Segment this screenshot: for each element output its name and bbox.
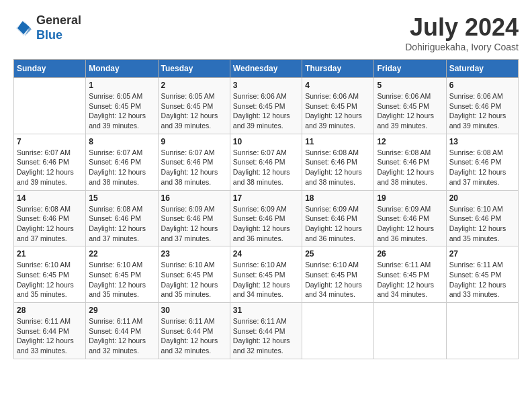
day-info: Sunrise: 6:10 AM Sunset: 6:46 PM Dayligh… xyxy=(449,204,515,244)
calendar-cell: 13Sunrise: 6:08 AM Sunset: 6:46 PM Dayli… xyxy=(446,134,518,190)
calendar-cell: 1Sunrise: 6:05 AM Sunset: 6:45 PM Daylig… xyxy=(86,78,158,134)
day-number: 27 xyxy=(449,249,515,259)
day-number: 23 xyxy=(161,249,227,259)
calendar-cell: 25Sunrise: 6:10 AM Sunset: 6:45 PM Dayli… xyxy=(302,246,374,303)
day-number: 26 xyxy=(377,249,443,259)
calendar-cell: 5Sunrise: 6:06 AM Sunset: 6:45 PM Daylig… xyxy=(374,78,446,134)
day-number: 6 xyxy=(449,81,515,90)
calendar-cell: 4Sunrise: 6:06 AM Sunset: 6:45 PM Daylig… xyxy=(302,78,374,134)
day-info: Sunrise: 6:06 AM Sunset: 6:46 PM Dayligh… xyxy=(449,91,515,131)
day-info: Sunrise: 6:08 AM Sunset: 6:46 PM Dayligh… xyxy=(305,148,371,187)
calendar-cell: 26Sunrise: 6:11 AM Sunset: 6:45 PM Dayli… xyxy=(374,246,446,303)
calendar-cell: 8Sunrise: 6:07 AM Sunset: 6:46 PM Daylig… xyxy=(86,134,158,190)
calendar-cell: 20Sunrise: 6:10 AM Sunset: 6:46 PM Dayli… xyxy=(446,190,518,246)
day-number: 11 xyxy=(305,137,371,146)
day-number: 28 xyxy=(17,306,83,315)
weekday-header: Wednesday xyxy=(230,60,302,78)
calendar-cell: 22Sunrise: 6:10 AM Sunset: 6:45 PM Dayli… xyxy=(86,246,158,303)
day-number: 13 xyxy=(449,137,515,146)
calendar-cell: 15Sunrise: 6:08 AM Sunset: 6:46 PM Dayli… xyxy=(86,190,158,246)
calendar-cell xyxy=(302,303,374,359)
day-info: Sunrise: 6:10 AM Sunset: 6:45 PM Dayligh… xyxy=(89,260,154,300)
calendar-cell: 29Sunrise: 6:11 AM Sunset: 6:44 PM Dayli… xyxy=(86,303,158,359)
calendar-cell: 16Sunrise: 6:09 AM Sunset: 6:46 PM Dayli… xyxy=(158,190,230,246)
day-info: Sunrise: 6:10 AM Sunset: 6:45 PM Dayligh… xyxy=(305,260,371,300)
day-number: 9 xyxy=(161,137,227,146)
day-info: Sunrise: 6:06 AM Sunset: 6:45 PM Dayligh… xyxy=(305,91,371,131)
calendar-cell: 6Sunrise: 6:06 AM Sunset: 6:46 PM Daylig… xyxy=(446,78,518,134)
title-block: July 2024 Dohiriguekaha, Ivory Coast xyxy=(405,13,519,52)
calendar-cell: 7Sunrise: 6:07 AM Sunset: 6:46 PM Daylig… xyxy=(14,134,86,190)
day-number: 2 xyxy=(161,81,227,90)
calendar-cell: 31Sunrise: 6:11 AM Sunset: 6:44 PM Dayli… xyxy=(230,303,302,359)
day-info: Sunrise: 6:11 AM Sunset: 6:44 PM Dayligh… xyxy=(17,316,83,356)
day-info: Sunrise: 6:08 AM Sunset: 6:46 PM Dayligh… xyxy=(89,204,154,244)
day-number: 12 xyxy=(377,137,443,146)
calendar-week-row: 14Sunrise: 6:08 AM Sunset: 6:46 PM Dayli… xyxy=(14,190,519,246)
weekday-header: Friday xyxy=(374,60,446,78)
day-number: 25 xyxy=(305,249,371,259)
day-number: 5 xyxy=(377,81,443,90)
day-info: Sunrise: 6:10 AM Sunset: 6:45 PM Dayligh… xyxy=(233,260,299,300)
day-info: Sunrise: 6:09 AM Sunset: 6:46 PM Dayligh… xyxy=(377,204,443,244)
calendar-cell: 19Sunrise: 6:09 AM Sunset: 6:46 PM Dayli… xyxy=(374,190,446,246)
day-number: 24 xyxy=(233,249,299,259)
calendar-cell: 28Sunrise: 6:11 AM Sunset: 6:44 PM Dayli… xyxy=(14,303,86,359)
day-info: Sunrise: 6:05 AM Sunset: 6:45 PM Dayligh… xyxy=(89,91,154,131)
calendar-cell: 23Sunrise: 6:10 AM Sunset: 6:45 PM Dayli… xyxy=(158,246,230,303)
page-header: General Blue July 2024 Dohiriguekaha, Iv… xyxy=(13,13,519,52)
calendar-cell: 2Sunrise: 6:05 AM Sunset: 6:45 PM Daylig… xyxy=(158,78,230,134)
day-number: 17 xyxy=(233,193,299,203)
day-number: 1 xyxy=(89,81,154,90)
logo-icon xyxy=(13,18,34,38)
day-number: 19 xyxy=(377,193,443,203)
day-number: 16 xyxy=(161,193,227,203)
calendar-cell: 3Sunrise: 6:06 AM Sunset: 6:45 PM Daylig… xyxy=(230,78,302,134)
day-number: 20 xyxy=(449,193,515,203)
day-number: 18 xyxy=(305,193,371,203)
calendar-week-row: 7Sunrise: 6:07 AM Sunset: 6:46 PM Daylig… xyxy=(14,134,519,190)
weekday-header: Sunday xyxy=(14,60,86,78)
day-info: Sunrise: 6:11 AM Sunset: 6:45 PM Dayligh… xyxy=(449,260,515,300)
day-info: Sunrise: 6:06 AM Sunset: 6:45 PM Dayligh… xyxy=(233,91,299,131)
day-number: 8 xyxy=(89,137,154,146)
day-number: 29 xyxy=(89,306,154,315)
day-info: Sunrise: 6:06 AM Sunset: 6:45 PM Dayligh… xyxy=(377,91,443,131)
day-info: Sunrise: 6:07 AM Sunset: 6:46 PM Dayligh… xyxy=(233,148,299,187)
calendar-cell: 18Sunrise: 6:09 AM Sunset: 6:46 PM Dayli… xyxy=(302,190,374,246)
day-number: 22 xyxy=(89,249,154,259)
day-info: Sunrise: 6:07 AM Sunset: 6:46 PM Dayligh… xyxy=(89,148,154,187)
day-number: 30 xyxy=(161,306,227,315)
day-number: 3 xyxy=(233,81,299,90)
day-info: Sunrise: 6:09 AM Sunset: 6:46 PM Dayligh… xyxy=(305,204,371,244)
day-info: Sunrise: 6:11 AM Sunset: 6:44 PM Dayligh… xyxy=(233,316,299,356)
day-info: Sunrise: 6:11 AM Sunset: 6:44 PM Dayligh… xyxy=(89,316,154,356)
day-number: 15 xyxy=(89,193,154,203)
weekday-header: Tuesday xyxy=(158,60,230,78)
day-info: Sunrise: 6:10 AM Sunset: 6:45 PM Dayligh… xyxy=(161,260,227,300)
calendar-cell xyxy=(14,78,86,134)
day-info: Sunrise: 6:05 AM Sunset: 6:45 PM Dayligh… xyxy=(161,91,227,131)
calendar-cell: 11Sunrise: 6:08 AM Sunset: 6:46 PM Dayli… xyxy=(302,134,374,190)
day-info: Sunrise: 6:07 AM Sunset: 6:46 PM Dayligh… xyxy=(17,148,83,187)
logo: General Blue xyxy=(13,13,81,42)
calendar-table: SundayMondayTuesdayWednesdayThursdayFrid… xyxy=(13,59,519,359)
day-number: 31 xyxy=(233,306,299,315)
day-info: Sunrise: 6:11 AM Sunset: 6:44 PM Dayligh… xyxy=(161,316,227,356)
calendar-week-row: 28Sunrise: 6:11 AM Sunset: 6:44 PM Dayli… xyxy=(14,303,519,359)
calendar-cell xyxy=(446,303,518,359)
calendar-week-row: 21Sunrise: 6:10 AM Sunset: 6:45 PM Dayli… xyxy=(14,246,519,303)
calendar-cell: 12Sunrise: 6:08 AM Sunset: 6:46 PM Dayli… xyxy=(374,134,446,190)
day-info: Sunrise: 6:09 AM Sunset: 6:46 PM Dayligh… xyxy=(233,204,299,244)
logo-text: General Blue xyxy=(36,13,81,42)
day-info: Sunrise: 6:08 AM Sunset: 6:46 PM Dayligh… xyxy=(17,204,83,244)
day-number: 10 xyxy=(233,137,299,146)
weekday-header-row: SundayMondayTuesdayWednesdayThursdayFrid… xyxy=(14,60,519,78)
day-number: 14 xyxy=(17,193,83,203)
calendar-cell: 17Sunrise: 6:09 AM Sunset: 6:46 PM Dayli… xyxy=(230,190,302,246)
day-number: 7 xyxy=(17,137,83,146)
calendar-cell: 30Sunrise: 6:11 AM Sunset: 6:44 PM Dayli… xyxy=(158,303,230,359)
weekday-header: Saturday xyxy=(446,60,518,78)
day-info: Sunrise: 6:07 AM Sunset: 6:46 PM Dayligh… xyxy=(161,148,227,187)
day-number: 4 xyxy=(305,81,371,90)
